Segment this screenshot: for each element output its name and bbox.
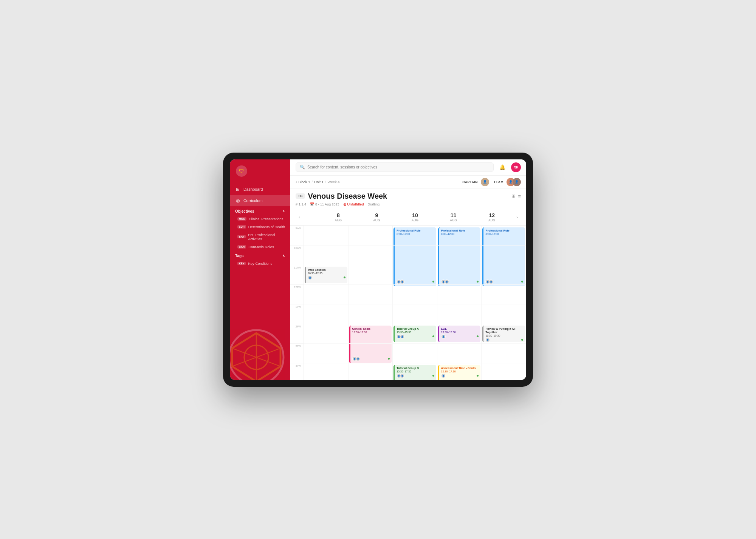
sidebar-watermark (230, 327, 287, 380)
objectives-label: Objectives (235, 209, 254, 213)
slot-6 (437, 343, 482, 363)
search-icon: 🔍 (300, 165, 305, 170)
grid-view-button[interactable]: ⊞ (511, 193, 516, 199)
slot-6 (482, 343, 526, 363)
slot-0 (349, 225, 393, 245)
event-avatars: 👤 (441, 374, 445, 378)
cal-days-header: 8 AUG 9 AUG 10 AUG 11 AU (305, 212, 511, 223)
unfulfilled-icon: ⊗ (343, 202, 346, 207)
slot-3 (437, 284, 482, 304)
sidebar: 🛡 ⊞ Dashboard ◎ Curriculum Objectives ∧ … (230, 159, 290, 380)
list-view-button[interactable]: ≡ (518, 193, 521, 199)
event-tutorial-b[interactable]: Tutorial Group B 15:30–17:30 👤 👤 (393, 365, 436, 380)
slot-6 (393, 343, 437, 363)
cal-day-9: 9 AUG (358, 212, 396, 223)
cal-day-label: AUG (473, 218, 510, 222)
calendar-icon: 📅 (310, 202, 314, 206)
cal-day-num: 10 (397, 212, 434, 218)
slot-0: Professional Role 8:30–12:30 👤 👤 (482, 225, 526, 245)
sidebar-item-canmeds[interactable]: CAN CanMeds Roles (230, 243, 290, 251)
event-lgl[interactable]: LGL 13:30–15:30 👤 (438, 326, 481, 342)
event-tutorial-a[interactable]: Tutorial Group A 13:30–15:30 👤 👤 (393, 326, 436, 342)
sidebar-item-clinical-presentations[interactable]: MCC Clinical Presentations (230, 215, 290, 223)
event-dot (521, 339, 523, 341)
sidebar-item-professional-activities[interactable]: EPA Ent. Professional Activities (230, 231, 290, 243)
breadcrumb-unit[interactable]: Unit 1 (314, 180, 324, 184)
event-title: Review & Putting It All Together (485, 327, 523, 334)
slot-0 (304, 225, 348, 245)
cal-day-num: 11 (435, 212, 472, 218)
avatar-1: 👤 (441, 374, 446, 378)
hash-icon: # (296, 202, 297, 206)
cal-next-button[interactable]: › (513, 213, 521, 221)
sidebar-item-dashboard[interactable]: ⊞ Dashboard (230, 184, 290, 195)
search-bar[interactable]: 🔍 (296, 162, 494, 172)
breadcrumb-block[interactable]: Block 1 (298, 180, 310, 184)
event-time: 10:30–12:30 (308, 272, 345, 275)
event-assessment[interactable]: Assessment Time - Cards 15:30–17:30 👤 (438, 365, 481, 380)
time-column: 9AM 10AM 11AM 12PM 1PM 2PM 3PM 4PM 5PM (290, 225, 304, 380)
slot-4 (393, 304, 437, 324)
sidebar-item-key-conditions[interactable]: KEY Key Conditions (230, 259, 290, 267)
event-avatars: 👤 (441, 334, 445, 339)
event-title: Tutorial Group A (397, 327, 434, 331)
slot-4 (482, 304, 526, 324)
tags-collapse-icon[interactable]: ∧ (282, 254, 285, 258)
search-input[interactable] (307, 165, 490, 169)
time-11am: 11AM (290, 265, 304, 284)
time-1pm: 1PM (290, 304, 304, 324)
cal-day-8: 8 AUG (319, 212, 358, 223)
slot-7 (349, 363, 393, 380)
day-col-8: Intro Session 10:30–12:30 👤 (304, 225, 349, 380)
slot-3 (349, 284, 393, 304)
event-dot (432, 375, 434, 377)
sidebar-item-determinants[interactable]: SDH Determinants of Health (230, 223, 290, 231)
day-col-10: Professional Role 8:30–12:30 👤 👤 (393, 225, 437, 380)
sidebar-item-curriculum[interactable]: ◎ Curriculum (230, 195, 290, 206)
event-footer: 👤 (308, 275, 345, 280)
cal-day-12: 12 AUG (472, 212, 511, 223)
slot-7 (482, 363, 526, 380)
day-col-12: Professional Role 8:30–12:30 👤 👤 (482, 225, 526, 380)
breadcrumb-week: Week 4 (328, 180, 340, 184)
can-tag: CAN (237, 245, 246, 249)
cal-body: 9AM 10AM 11AM 12PM 1PM 2PM 3PM 4PM 5PM (290, 225, 526, 380)
unfulfilled-badge[interactable]: ⊗ Unfulfilled (343, 202, 364, 207)
slot-5 (304, 324, 348, 343)
topbar-icons: 🔔 RK (497, 162, 521, 172)
slot-5: Review & Putting It All Together 13:30–1… (482, 324, 526, 343)
calendar-area: ‹ 8 AUG 9 AUG 10 AUG (290, 209, 526, 380)
epa-tag: EPA (237, 235, 246, 238)
tablet-screen: 🛡 ⊞ Dashboard ◎ Curriculum Objectives ∧ … (230, 159, 526, 380)
event-time: 8:30–12:30 (441, 233, 479, 235)
event-dot (344, 276, 345, 278)
slot-4 (437, 304, 482, 324)
slot-1 (349, 245, 393, 265)
notification-icon[interactable]: 🔔 (497, 162, 507, 172)
collapse-icon[interactable]: ∧ (282, 209, 285, 213)
cal-prev-button[interactable]: ‹ (296, 213, 303, 221)
cal-day-num: 8 (320, 212, 357, 218)
sub-item-label: Clinical Presentations (249, 217, 283, 221)
event-time: 8:30–12:30 (397, 233, 434, 235)
user-avatar[interactable]: RK (511, 162, 521, 172)
time-2pm: 2PM (290, 324, 304, 343)
slot-6 (349, 343, 393, 363)
time-9am: 9AM (290, 225, 304, 245)
breadcrumb-back-icon[interactable]: ‹ (296, 180, 297, 184)
event-intro-session[interactable]: Intro Session 10:30–12:30 👤 (305, 267, 347, 283)
team-avatars: 👤 👤 (507, 178, 521, 186)
event-time: 15:30–17:30 (397, 370, 434, 373)
slot-1 (304, 245, 348, 265)
event-title: LGL (441, 327, 479, 331)
event-footer: 👤 👤 (397, 374, 434, 378)
event-review[interactable]: Review & Putting It All Together 13:30–1… (482, 326, 525, 342)
slot-3 (393, 284, 437, 304)
main-content: 🔍 🔔 RK ‹ Block 1 / Unit 1 / Week 4 (290, 159, 526, 380)
slot-2 (349, 265, 393, 284)
page-title: Venous Disease Week (308, 192, 387, 201)
slot-3 (482, 284, 526, 304)
page-title-row: TG Venous Disease Week (296, 192, 387, 201)
captain-label: CAPTAIN (462, 180, 478, 184)
day-col-11: Professional Role 8:30–12:30 👤 👤 (437, 225, 482, 380)
